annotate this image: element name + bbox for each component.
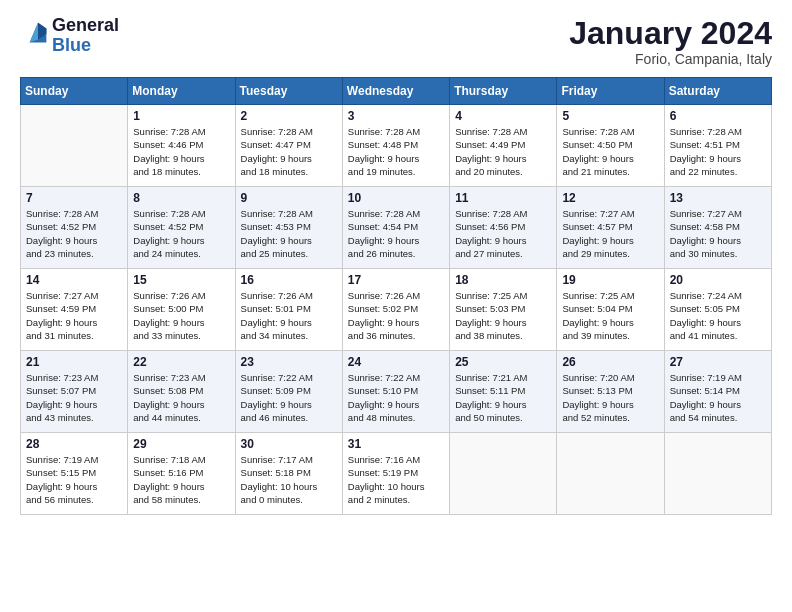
- day-number: 24: [348, 355, 444, 369]
- header: General Blue January 2024 Forio, Campani…: [20, 16, 772, 67]
- calendar-day-cell: 20Sunrise: 7:24 AMSunset: 5:05 PMDayligh…: [664, 269, 771, 351]
- day-number: 26: [562, 355, 658, 369]
- logo-icon: [24, 20, 52, 48]
- calendar-day-cell: 12Sunrise: 7:27 AMSunset: 4:57 PMDayligh…: [557, 187, 664, 269]
- calendar-day-cell: 29Sunrise: 7:18 AMSunset: 5:16 PMDayligh…: [128, 433, 235, 515]
- day-number: 16: [241, 273, 337, 287]
- calendar-day-cell: 28Sunrise: 7:19 AMSunset: 5:15 PMDayligh…: [21, 433, 128, 515]
- day-info: Sunrise: 7:27 AMSunset: 4:57 PMDaylight:…: [562, 207, 658, 260]
- calendar-day-cell: [557, 433, 664, 515]
- day-of-week-header: Sunday: [21, 78, 128, 105]
- day-info: Sunrise: 7:25 AMSunset: 5:04 PMDaylight:…: [562, 289, 658, 342]
- page: General Blue January 2024 Forio, Campani…: [0, 0, 792, 612]
- day-info: Sunrise: 7:28 AMSunset: 4:51 PMDaylight:…: [670, 125, 766, 178]
- day-number: 13: [670, 191, 766, 205]
- day-number: 10: [348, 191, 444, 205]
- day-info: Sunrise: 7:28 AMSunset: 4:54 PMDaylight:…: [348, 207, 444, 260]
- day-number: 25: [455, 355, 551, 369]
- calendar-week-row: 14Sunrise: 7:27 AMSunset: 4:59 PMDayligh…: [21, 269, 772, 351]
- calendar-day-cell: 15Sunrise: 7:26 AMSunset: 5:00 PMDayligh…: [128, 269, 235, 351]
- calendar-day-cell: 10Sunrise: 7:28 AMSunset: 4:54 PMDayligh…: [342, 187, 449, 269]
- day-of-week-header: Monday: [128, 78, 235, 105]
- day-info: Sunrise: 7:22 AMSunset: 5:10 PMDaylight:…: [348, 371, 444, 424]
- day-info: Sunrise: 7:18 AMSunset: 5:16 PMDaylight:…: [133, 453, 229, 506]
- title-block: January 2024 Forio, Campania, Italy: [569, 16, 772, 67]
- day-info: Sunrise: 7:27 AMSunset: 4:58 PMDaylight:…: [670, 207, 766, 260]
- calendar-day-cell: 17Sunrise: 7:26 AMSunset: 5:02 PMDayligh…: [342, 269, 449, 351]
- day-of-week-header: Tuesday: [235, 78, 342, 105]
- day-number: 22: [133, 355, 229, 369]
- day-number: 20: [670, 273, 766, 287]
- calendar-day-cell: 5Sunrise: 7:28 AMSunset: 4:50 PMDaylight…: [557, 105, 664, 187]
- calendar-day-cell: 23Sunrise: 7:22 AMSunset: 5:09 PMDayligh…: [235, 351, 342, 433]
- calendar-day-cell: 24Sunrise: 7:22 AMSunset: 5:10 PMDayligh…: [342, 351, 449, 433]
- month-title: January 2024: [569, 16, 772, 51]
- calendar-day-cell: 21Sunrise: 7:23 AMSunset: 5:07 PMDayligh…: [21, 351, 128, 433]
- day-info: Sunrise: 7:24 AMSunset: 5:05 PMDaylight:…: [670, 289, 766, 342]
- calendar-day-cell: 2Sunrise: 7:28 AMSunset: 4:47 PMDaylight…: [235, 105, 342, 187]
- day-of-week-header: Friday: [557, 78, 664, 105]
- calendar-day-cell: [21, 105, 128, 187]
- svg-marker-2: [30, 23, 38, 43]
- calendar-day-cell: 1Sunrise: 7:28 AMSunset: 4:46 PMDaylight…: [128, 105, 235, 187]
- day-info: Sunrise: 7:23 AMSunset: 5:08 PMDaylight:…: [133, 371, 229, 424]
- day-info: Sunrise: 7:23 AMSunset: 5:07 PMDaylight:…: [26, 371, 122, 424]
- day-number: 3: [348, 109, 444, 123]
- calendar-day-cell: [664, 433, 771, 515]
- day-info: Sunrise: 7:26 AMSunset: 5:00 PMDaylight:…: [133, 289, 229, 342]
- day-info: Sunrise: 7:28 AMSunset: 4:50 PMDaylight:…: [562, 125, 658, 178]
- day-number: 14: [26, 273, 122, 287]
- day-number: 23: [241, 355, 337, 369]
- day-info: Sunrise: 7:19 AMSunset: 5:15 PMDaylight:…: [26, 453, 122, 506]
- calendar-week-row: 1Sunrise: 7:28 AMSunset: 4:46 PMDaylight…: [21, 105, 772, 187]
- day-of-week-header: Thursday: [450, 78, 557, 105]
- calendar-day-cell: 3Sunrise: 7:28 AMSunset: 4:48 PMDaylight…: [342, 105, 449, 187]
- calendar-day-cell: 30Sunrise: 7:17 AMSunset: 5:18 PMDayligh…: [235, 433, 342, 515]
- day-info: Sunrise: 7:21 AMSunset: 5:11 PMDaylight:…: [455, 371, 551, 424]
- day-number: 11: [455, 191, 551, 205]
- day-number: 9: [241, 191, 337, 205]
- day-number: 6: [670, 109, 766, 123]
- calendar-week-row: 28Sunrise: 7:19 AMSunset: 5:15 PMDayligh…: [21, 433, 772, 515]
- day-number: 5: [562, 109, 658, 123]
- day-info: Sunrise: 7:28 AMSunset: 4:46 PMDaylight:…: [133, 125, 229, 178]
- day-info: Sunrise: 7:20 AMSunset: 5:13 PMDaylight:…: [562, 371, 658, 424]
- day-info: Sunrise: 7:28 AMSunset: 4:53 PMDaylight:…: [241, 207, 337, 260]
- calendar-day-cell: 13Sunrise: 7:27 AMSunset: 4:58 PMDayligh…: [664, 187, 771, 269]
- calendar-day-cell: 9Sunrise: 7:28 AMSunset: 4:53 PMDaylight…: [235, 187, 342, 269]
- calendar: SundayMondayTuesdayWednesdayThursdayFrid…: [20, 77, 772, 515]
- calendar-day-cell: 4Sunrise: 7:28 AMSunset: 4:49 PMDaylight…: [450, 105, 557, 187]
- day-number: 12: [562, 191, 658, 205]
- day-info: Sunrise: 7:28 AMSunset: 4:52 PMDaylight:…: [133, 207, 229, 260]
- calendar-day-cell: 31Sunrise: 7:16 AMSunset: 5:19 PMDayligh…: [342, 433, 449, 515]
- day-number: 2: [241, 109, 337, 123]
- day-number: 7: [26, 191, 122, 205]
- calendar-header-row: SundayMondayTuesdayWednesdayThursdayFrid…: [21, 78, 772, 105]
- day-info: Sunrise: 7:17 AMSunset: 5:18 PMDaylight:…: [241, 453, 337, 506]
- calendar-day-cell: 27Sunrise: 7:19 AMSunset: 5:14 PMDayligh…: [664, 351, 771, 433]
- day-of-week-header: Wednesday: [342, 78, 449, 105]
- calendar-day-cell: 18Sunrise: 7:25 AMSunset: 5:03 PMDayligh…: [450, 269, 557, 351]
- calendar-day-cell: 16Sunrise: 7:26 AMSunset: 5:01 PMDayligh…: [235, 269, 342, 351]
- day-info: Sunrise: 7:28 AMSunset: 4:56 PMDaylight:…: [455, 207, 551, 260]
- calendar-day-cell: [450, 433, 557, 515]
- location: Forio, Campania, Italy: [569, 51, 772, 67]
- day-number: 18: [455, 273, 551, 287]
- day-info: Sunrise: 7:26 AMSunset: 5:01 PMDaylight:…: [241, 289, 337, 342]
- calendar-day-cell: 19Sunrise: 7:25 AMSunset: 5:04 PMDayligh…: [557, 269, 664, 351]
- day-number: 8: [133, 191, 229, 205]
- day-number: 30: [241, 437, 337, 451]
- day-number: 27: [670, 355, 766, 369]
- day-number: 1: [133, 109, 229, 123]
- day-number: 31: [348, 437, 444, 451]
- calendar-day-cell: 6Sunrise: 7:28 AMSunset: 4:51 PMDaylight…: [664, 105, 771, 187]
- day-info: Sunrise: 7:28 AMSunset: 4:48 PMDaylight:…: [348, 125, 444, 178]
- day-info: Sunrise: 7:28 AMSunset: 4:49 PMDaylight:…: [455, 125, 551, 178]
- calendar-week-row: 7Sunrise: 7:28 AMSunset: 4:52 PMDaylight…: [21, 187, 772, 269]
- day-number: 28: [26, 437, 122, 451]
- calendar-day-cell: 25Sunrise: 7:21 AMSunset: 5:11 PMDayligh…: [450, 351, 557, 433]
- calendar-day-cell: 14Sunrise: 7:27 AMSunset: 4:59 PMDayligh…: [21, 269, 128, 351]
- calendar-week-row: 21Sunrise: 7:23 AMSunset: 5:07 PMDayligh…: [21, 351, 772, 433]
- logo-text: General Blue: [52, 16, 119, 56]
- logo: General Blue: [20, 16, 119, 56]
